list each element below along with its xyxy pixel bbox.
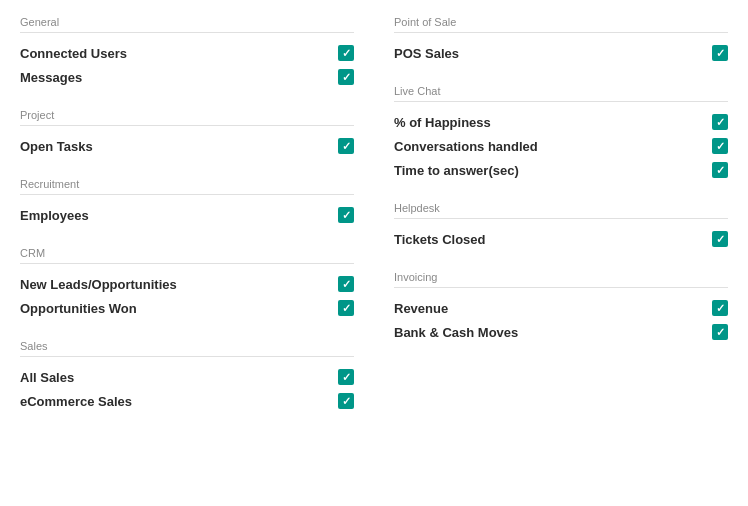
item-label: eCommerce Sales [20, 394, 328, 409]
section-header: Recruitment [20, 178, 354, 195]
checkbox-icon[interactable] [338, 138, 354, 154]
item-label: All Sales [20, 370, 328, 385]
checkbox-icon[interactable] [712, 45, 728, 61]
section-header: Helpdesk [394, 202, 728, 219]
checkbox-icon[interactable] [712, 324, 728, 340]
section-item[interactable]: New Leads/Opportunities [20, 272, 354, 296]
section-helpdesk: HelpdeskTickets Closed [394, 202, 728, 251]
section-item[interactable]: Connected Users [20, 41, 354, 65]
item-label: Tickets Closed [394, 232, 702, 247]
section-header: Project [20, 109, 354, 126]
item-label: Open Tasks [20, 139, 328, 154]
item-label: % of Happiness [394, 115, 702, 130]
checkbox-icon[interactable] [338, 369, 354, 385]
section-item[interactable]: Conversations handled [394, 134, 728, 158]
section-header: CRM [20, 247, 354, 264]
section-crm: CRMNew Leads/OpportunitiesOpportunities … [20, 247, 354, 320]
item-label: Opportunities Won [20, 301, 328, 316]
checkbox-icon[interactable] [338, 207, 354, 223]
right-column: Point of SalePOS SalesLive Chat% of Happ… [394, 16, 728, 490]
checkbox-icon[interactable] [338, 45, 354, 61]
checkbox-icon[interactable] [712, 162, 728, 178]
section-header: Sales [20, 340, 354, 357]
section-header: Invoicing [394, 271, 728, 288]
left-column: GeneralConnected UsersMessagesProjectOpe… [20, 16, 354, 490]
item-label: POS Sales [394, 46, 702, 61]
section-invoicing: InvoicingRevenueBank & Cash Moves [394, 271, 728, 344]
item-label: New Leads/Opportunities [20, 277, 328, 292]
section-item[interactable]: Tickets Closed [394, 227, 728, 251]
page-container: GeneralConnected UsersMessagesProjectOpe… [0, 0, 748, 506]
section-item[interactable]: % of Happiness [394, 110, 728, 134]
checkbox-icon[interactable] [712, 231, 728, 247]
section-project: ProjectOpen Tasks [20, 109, 354, 158]
checkbox-icon[interactable] [338, 276, 354, 292]
checkbox-icon[interactable] [338, 393, 354, 409]
item-label: Revenue [394, 301, 702, 316]
item-label: Employees [20, 208, 328, 223]
section-item[interactable]: Time to answer(sec) [394, 158, 728, 182]
section-point-of-sale: Point of SalePOS Sales [394, 16, 728, 65]
section-item[interactable]: Bank & Cash Moves [394, 320, 728, 344]
item-label: Bank & Cash Moves [394, 325, 702, 340]
checkbox-icon[interactable] [338, 300, 354, 316]
section-header: Point of Sale [394, 16, 728, 33]
section-item[interactable]: Revenue [394, 296, 728, 320]
section-item[interactable]: All Sales [20, 365, 354, 389]
checkbox-icon[interactable] [712, 300, 728, 316]
checkbox-icon[interactable] [338, 69, 354, 85]
item-label: Time to answer(sec) [394, 163, 702, 178]
checkbox-icon[interactable] [712, 138, 728, 154]
section-item[interactable]: Employees [20, 203, 354, 227]
item-label: Conversations handled [394, 139, 702, 154]
section-item[interactable]: eCommerce Sales [20, 389, 354, 413]
section-item[interactable]: Open Tasks [20, 134, 354, 158]
item-label: Messages [20, 70, 328, 85]
checkbox-icon[interactable] [712, 114, 728, 130]
section-live-chat: Live Chat% of HappinessConversations han… [394, 85, 728, 182]
section-sales: SalesAll SaleseCommerce Sales [20, 340, 354, 413]
section-item[interactable]: Messages [20, 65, 354, 89]
section-item[interactable]: POS Sales [394, 41, 728, 65]
section-header: General [20, 16, 354, 33]
section-general: GeneralConnected UsersMessages [20, 16, 354, 89]
section-header: Live Chat [394, 85, 728, 102]
section-item[interactable]: Opportunities Won [20, 296, 354, 320]
section-recruitment: RecruitmentEmployees [20, 178, 354, 227]
item-label: Connected Users [20, 46, 328, 61]
